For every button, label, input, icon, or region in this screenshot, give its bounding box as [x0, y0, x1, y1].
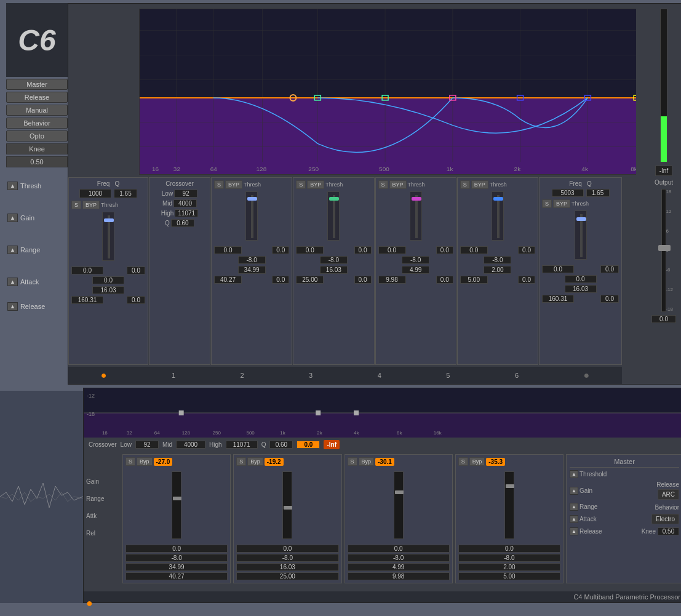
bt-b2-rel[interactable] [125, 572, 228, 580]
ml-byp-btn[interactable]: BYP [82, 201, 100, 209]
bt-b5-rel[interactable] [458, 572, 560, 580]
b5-range[interactable] [484, 256, 511, 264]
mr-s-btn[interactable]: S [542, 199, 552, 208]
bt-electro-btn[interactable]: Electro [651, 514, 679, 524]
bt-b5-attk[interactable] [458, 563, 560, 571]
b5-byp-btn[interactable]: BYP [471, 180, 488, 189]
b5-thresh-slider[interactable] [492, 191, 504, 241]
bt-b3-s[interactable]: S [236, 457, 246, 466]
release-button[interactable]: Release [6, 92, 68, 103]
ml-thresh-slider[interactable] [102, 212, 114, 261]
behavior-button[interactable]: Behavior [6, 118, 68, 129]
manual-button[interactable]: Manual [6, 105, 68, 116]
bt-high-input[interactable] [226, 441, 258, 449]
mr-attack-input[interactable] [565, 285, 597, 293]
b3-gain[interactable] [296, 246, 324, 254]
bt-b3-rel[interactable] [236, 572, 338, 580]
range-up-btn[interactable]: ▲ [7, 246, 18, 254]
b2-range[interactable] [238, 256, 266, 264]
b5-gain[interactable] [460, 246, 488, 254]
thresh-up-btn[interactable]: ▲ [7, 182, 18, 190]
mr-release-input[interactable] [542, 295, 574, 303]
opto-button[interactable]: Opto [6, 130, 68, 142]
b4-gain[interactable] [378, 246, 406, 254]
ml-range-input[interactable] [92, 276, 124, 284]
ml-q-input[interactable] [114, 189, 137, 198]
mr-gain-input[interactable] [542, 265, 574, 273]
bt-b3-range[interactable] [236, 554, 338, 562]
bt-release2-up-btn[interactable]: ▲ [570, 527, 578, 535]
b3-release[interactable] [296, 276, 324, 284]
b3-range[interactable] [320, 256, 348, 264]
bt-b2-slider[interactable] [172, 471, 181, 539]
b2-release[interactable] [214, 276, 242, 284]
b5-attack[interactable] [484, 266, 511, 274]
master-button[interactable]: Master [6, 79, 68, 90]
b2-thresh-slider[interactable] [245, 191, 258, 241]
bt-b4-gain[interactable] [348, 545, 450, 553]
b4-release[interactable] [378, 276, 406, 284]
bt-arc-btn[interactable]: ARC [658, 489, 679, 500]
output-fader-handle[interactable] [658, 245, 671, 251]
bt-b4-rel[interactable] [348, 572, 450, 580]
bt-b4-byp[interactable]: Byp [359, 457, 375, 466]
b4-range[interactable] [402, 256, 429, 264]
output-fader-track[interactable] [661, 189, 666, 312]
attack-up-btn[interactable]: ▲ [7, 278, 18, 286]
high-freq-input[interactable] [175, 209, 198, 217]
b4-thresh-slider[interactable] [410, 191, 422, 241]
bt-b3-byp[interactable]: Byp [247, 457, 263, 466]
b3-attack[interactable] [320, 266, 348, 274]
low-freq-input[interactable] [174, 190, 197, 198]
bt-b5-gain[interactable] [458, 545, 560, 553]
bt-low-input[interactable] [135, 441, 159, 449]
b5-s-btn[interactable]: S [460, 180, 470, 189]
mr-thresh-slider[interactable] [575, 210, 587, 260]
mr-freq-input[interactable] [552, 189, 584, 197]
bt-b5-range[interactable] [458, 554, 560, 562]
bt-b2-byp[interactable]: Byp [137, 457, 153, 466]
bt-b3-gain[interactable] [236, 545, 338, 553]
b2-attack[interactable] [238, 266, 266, 274]
knee-value[interactable]: 0.50 [6, 156, 68, 167]
b4-byp-btn[interactable]: BYP [389, 180, 407, 189]
b5-release[interactable] [460, 276, 488, 284]
bt-b4-s[interactable]: S [348, 457, 357, 466]
bt-b4-slider[interactable] [394, 471, 404, 539]
bt-b2-gain[interactable] [125, 545, 228, 553]
bt-b5-s[interactable]: S [458, 457, 468, 466]
bt-b5-byp[interactable]: Byp [469, 457, 485, 466]
bt-range-up-btn[interactable]: ▲ [570, 503, 578, 511]
bt-b4-range[interactable] [348, 554, 450, 562]
mr-byp-btn[interactable]: BYP [553, 199, 570, 208]
b2-byp-btn[interactable]: BYP [225, 180, 242, 189]
bt-q-input[interactable] [269, 441, 293, 449]
bt-b5-slider[interactable] [504, 471, 514, 539]
b3-s-btn[interactable]: S [296, 180, 306, 189]
mr-range-input[interactable] [565, 275, 597, 283]
bt-b4-attk[interactable] [348, 563, 450, 571]
ml-gain-input[interactable] [71, 266, 103, 274]
release-up-btn[interactable]: ▲ [7, 302, 18, 311]
b2-gain[interactable] [214, 246, 242, 254]
ml-release-input[interactable] [71, 296, 103, 304]
b4-attack[interactable] [402, 266, 429, 274]
bt-b3-attk[interactable] [236, 563, 338, 571]
bt-attack-up-btn[interactable]: ▲ [570, 515, 578, 523]
bt-b3-slider[interactable] [282, 471, 292, 539]
b2-s-btn[interactable]: S [214, 180, 224, 189]
bt-b2-attk[interactable] [125, 563, 228, 571]
bt-knee-value[interactable] [658, 527, 679, 535]
ml-s-btn[interactable]: S [71, 201, 81, 209]
b3-thresh-slider[interactable] [327, 191, 340, 241]
mid-freq-input[interactable] [173, 199, 197, 207]
bt-b2-range[interactable] [125, 554, 228, 562]
ml-attack-input[interactable] [92, 286, 124, 294]
bt-threshold-up-btn[interactable]: ▲ [570, 470, 578, 478]
b3-byp-btn[interactable]: BYP [307, 180, 324, 189]
gain-up-btn[interactable]: ▲ [7, 214, 18, 222]
b4-s-btn[interactable]: S [378, 180, 388, 189]
output-value[interactable] [651, 315, 676, 323]
bt-b2-s[interactable]: S [125, 457, 135, 466]
bt-mid-input[interactable] [176, 441, 205, 449]
